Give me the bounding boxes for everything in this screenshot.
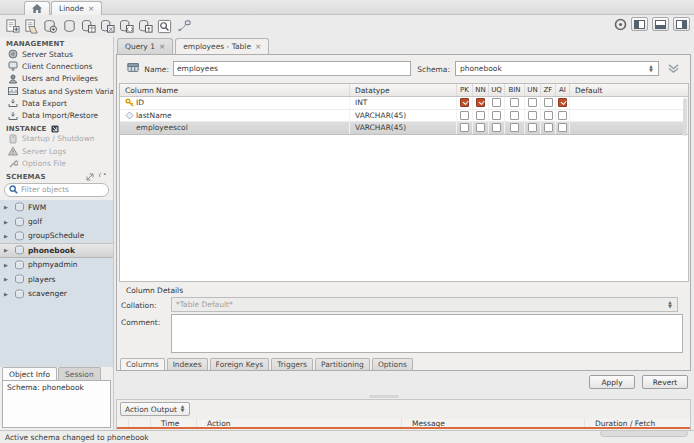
checkbox-bin[interactable] [510,111,519,120]
tab-partitioning[interactable]: Partitioning [315,358,370,370]
apply-button[interactable]: Apply [589,375,635,389]
checkbox-nn[interactable] [476,123,485,132]
schema-item-scavenger[interactable]: ▶scavenger [0,286,113,300]
expand-arrow-icon[interactable]: ▶ [4,291,11,297]
checkbox-bin[interactable] [510,123,519,132]
tab-columns[interactable]: Columns [120,358,165,370]
splitter-grip[interactable] [369,395,399,398]
sidebar-item-startup-shutdown[interactable]: Startup / Shutdown [0,133,113,145]
tab-close-icon[interactable]: × [159,42,165,51]
checkbox-uq[interactable] [492,98,501,107]
tab-session[interactable]: Session [58,367,101,380]
create-schema-button[interactable] [42,18,58,35]
drop-schema-button[interactable] [61,18,77,35]
expand-arrow-icon[interactable]: ▶ [4,262,11,268]
expand-arrow-icon[interactable]: ▶ [4,276,11,282]
column-row-employeescol[interactable]: employeescolVARCHAR(45) [120,122,688,135]
checkbox-un[interactable] [528,98,537,107]
revert-button[interactable]: Revert [642,375,688,389]
checkbox-zf[interactable] [544,123,553,132]
expand-arrow-icon[interactable]: ▶ [4,233,11,239]
expand-arrow-icon[interactable]: ▶ [4,219,11,225]
tab-triggers[interactable]: Triggers [271,358,313,370]
toggle-bottom-panel-button[interactable] [652,17,669,31]
checkbox-uq[interactable] [492,123,501,132]
table-name-input[interactable]: employees [173,61,411,76]
checkbox-nn[interactable] [476,111,485,120]
grid-vertical-scrollbar[interactable] [683,98,687,136]
schemas-expand-icon[interactable] [86,173,94,181]
schema-item-phpmyadmin[interactable]: ▶phpmyadmin [0,258,113,272]
data-export-icon [8,98,18,108]
expand-header-icon[interactable] [667,63,680,74]
sidebar-item-options-file[interactable]: Options File [0,157,113,169]
checkbox-pk[interactable] [460,123,469,132]
schema-filter-input[interactable]: Filter objects [4,183,109,197]
create-table-button[interactable] [80,18,96,35]
sidebar-item-data-export[interactable]: Data Export [0,97,113,109]
checkbox-ai[interactable] [558,98,567,107]
expand-arrow-icon[interactable]: ▶ [4,204,11,210]
checkbox-zf[interactable] [544,98,553,107]
checkbox-un[interactable] [528,111,537,120]
horizontal-scrollbar[interactable] [600,430,688,437]
open-sql-script-button[interactable] [23,18,39,35]
create-procedure-button[interactable] [118,18,134,35]
sidebar-item-server-status[interactable]: Server Status [0,48,113,60]
checkbox-ai[interactable] [558,123,567,132]
sidebar-item-users-privileges[interactable]: Users and Privileges [0,73,113,85]
schema-item-players[interactable]: ▶players [0,272,113,286]
connection-tab[interactable]: Linode × [51,1,102,15]
tab-foreign-keys[interactable]: Foreign Keys [210,358,270,370]
connection-tab-close-icon[interactable]: × [88,4,94,13]
home-tab[interactable] [24,1,50,15]
server-status-icon [8,49,18,59]
schema-icon [14,289,25,299]
spinner-icon[interactable]: ▲▼ [646,63,656,74]
sidebar-item-server-logs[interactable]: Server Logs [0,145,113,157]
tab-object-info[interactable]: Object Info [2,367,57,380]
tab-query-1[interactable]: Query 1× [117,38,173,54]
schema-item-phonebook[interactable]: ▶phonebook [0,243,113,257]
schema-item-FWM[interactable]: ▶FWM [0,200,113,214]
schema-label: Schema: [417,65,450,74]
mysql-workbench-window: Linode × [0,0,694,443]
tab-options[interactable]: Options [372,358,413,370]
checkbox-pk[interactable] [460,98,469,107]
create-function-button[interactable] [137,18,153,35]
reconnect-dbms-button[interactable] [175,18,191,35]
schema-select[interactable]: phonebook ▲▼ [455,61,659,76]
tab-indexes[interactable]: Indexes [167,358,208,370]
create-view-button[interactable] [99,18,115,35]
checkbox-pk[interactable] [460,111,469,120]
action-output-header: Time Action Message Duration / Fetch [117,419,690,429]
toggle-left-panel-button[interactable] [631,17,648,31]
sidebar: MANAGEMENT Server Status Client Connecti… [0,37,114,430]
toggle-right-panel-button[interactable] [673,17,690,31]
tab-close-icon[interactable]: × [255,42,261,51]
sidebar-item-status-system-variables[interactable]: Status and System Variables [0,85,113,97]
collation-select[interactable]: *Table Default* ▲▼ [171,297,678,312]
new-query-tab-button[interactable] [4,18,20,35]
action-output-select[interactable]: Action Output ▲▼ [120,402,190,416]
schemas-refresh-icon[interactable] [99,173,107,181]
tab-employees-table[interactable]: employees - Table× [175,38,269,54]
checkbox-ai[interactable] [558,111,567,120]
schema-item-golf[interactable]: ▶golf [0,214,113,228]
checkbox-bin[interactable] [510,98,519,107]
checkbox-nn[interactable] [476,98,485,107]
schema-list: ▶FWM▶golf▶groupSchedule▶phonebook▶phpmya… [0,200,113,367]
checkbox-uq[interactable] [492,111,501,120]
sidebar-item-data-import[interactable]: Data Import/Restore [0,109,113,121]
search-data-button[interactable] [156,18,172,35]
column-row-ID[interactable]: IDINT [120,97,688,110]
checkbox-un[interactable] [528,123,537,132]
spinner-icon: ▲▼ [665,299,675,310]
server-logs-icon [8,146,18,156]
schema-item-groupSchedule[interactable]: ▶groupSchedule [0,229,113,243]
comment-textarea[interactable] [171,314,683,353]
sidebar-item-client-connections[interactable]: Client Connections [0,60,113,72]
expand-arrow-icon[interactable]: ▶ [4,247,11,253]
column-row-lastName[interactable]: lastNameVARCHAR(45) [120,110,688,123]
checkbox-zf[interactable] [544,111,553,120]
